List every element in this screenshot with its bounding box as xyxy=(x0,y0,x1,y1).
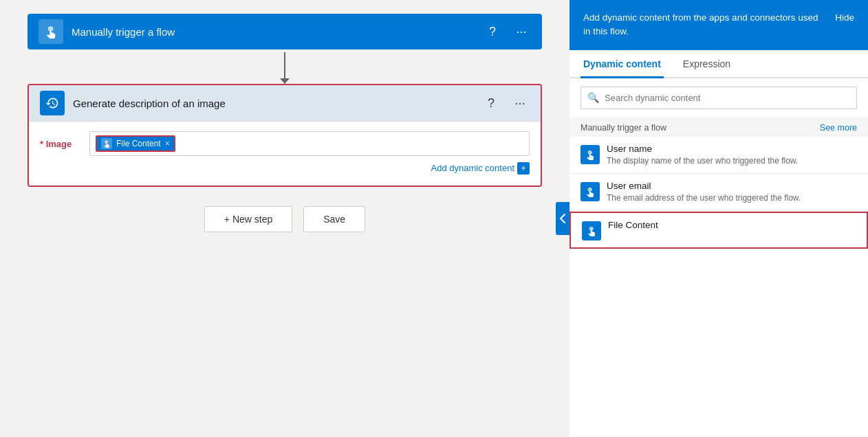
brain-icon xyxy=(45,96,59,110)
user-email-desc: The email address of the user who trigge… xyxy=(607,192,857,204)
file-content-icon xyxy=(582,221,601,240)
image-field-input[interactable]: File Content × xyxy=(89,131,530,156)
user-name-text: User name The display name of the user w… xyxy=(607,144,857,167)
flow-canvas: Manually trigger a flow ? ··· Generate d… xyxy=(0,0,569,437)
content-item-file-content[interactable]: File Content xyxy=(569,212,868,249)
user-email-text: User email The email address of the user… xyxy=(607,181,857,204)
section-title: Manually trigger a flow xyxy=(581,123,666,133)
hand-icon-user-name xyxy=(585,149,596,160)
image-field-row: * Image File Content × xyxy=(40,131,530,156)
user-name-desc: The display name of the user who trigger… xyxy=(607,155,857,167)
action-icon xyxy=(40,91,65,115)
flow-connector xyxy=(280,49,290,84)
content-item-user-name[interactable]: User name The display name of the user w… xyxy=(569,137,868,175)
file-content-title: File Content xyxy=(608,220,856,230)
user-name-icon xyxy=(581,145,600,164)
connector-line xyxy=(284,52,285,78)
action-title: Generate description of an image xyxy=(73,98,481,109)
add-dynamic-row: Add dynamic content + xyxy=(40,161,530,175)
connector-arrow xyxy=(280,78,290,84)
content-item-user-email[interactable]: User email The email address of the user… xyxy=(569,174,868,212)
search-icon: 🔍 xyxy=(587,92,599,103)
tab-dynamic-content[interactable]: Dynamic content xyxy=(581,50,664,78)
action-toolbar: ? ··· xyxy=(481,93,530,113)
tag-hand-icon xyxy=(102,139,111,148)
plus-badge: + xyxy=(517,162,530,175)
panel-header: Add dynamic content from the apps and co… xyxy=(569,0,868,50)
tab-expression[interactable]: Expression xyxy=(680,50,733,78)
tag-remove-button[interactable]: × xyxy=(165,139,170,148)
content-list: User name The display name of the user w… xyxy=(569,137,868,438)
save-button[interactable]: Save xyxy=(303,206,365,232)
file-content-tag: File Content × xyxy=(96,135,175,152)
image-field-label: * Image xyxy=(40,139,81,149)
tag-icon xyxy=(101,138,112,149)
search-input[interactable] xyxy=(581,87,857,109)
file-content-text: File Content xyxy=(608,220,856,232)
hand-trigger-icon xyxy=(44,25,58,38)
trigger-help-button[interactable]: ? xyxy=(483,22,502,41)
action-body: * Image File Content × Add dyn xyxy=(29,122,541,186)
trigger-title: Manually trigger a flow xyxy=(72,26,483,38)
see-more-button[interactable]: See more xyxy=(820,123,857,133)
tag-label: File Content xyxy=(116,139,161,148)
user-email-title: User email xyxy=(607,181,857,191)
panel-header-text: Add dynamic content from the apps and co… xyxy=(583,11,824,39)
panel-collapse-handle[interactable] xyxy=(556,202,569,235)
hand-icon-file-content xyxy=(586,225,597,236)
action-more-button[interactable]: ··· xyxy=(510,93,530,113)
trigger-icon xyxy=(39,19,63,44)
add-dynamic-button[interactable]: Add dynamic content + xyxy=(431,162,530,175)
search-box: 🔍 xyxy=(581,87,857,109)
dynamic-panel: Add dynamic content from the apps and co… xyxy=(569,0,868,437)
add-dynamic-label: Add dynamic content xyxy=(431,163,514,173)
chevron-left-icon xyxy=(559,213,566,224)
section-header: Manually trigger a flow See more xyxy=(569,117,868,137)
trigger-block: Manually trigger a flow ? ··· xyxy=(28,14,542,49)
hand-icon-user-email xyxy=(585,186,596,197)
user-email-icon xyxy=(581,182,600,201)
hide-panel-button[interactable]: Hide xyxy=(835,11,854,23)
trigger-more-button[interactable]: ··· xyxy=(512,22,531,41)
trigger-actions: ? ··· xyxy=(483,22,531,41)
new-step-button[interactable]: + New step xyxy=(204,206,292,232)
action-header: Generate description of an image ? ··· xyxy=(29,85,541,121)
action-block: Generate description of an image ? ··· *… xyxy=(28,84,542,187)
action-help-button[interactable]: ? xyxy=(481,93,501,113)
bottom-actions: + New step Save xyxy=(204,206,365,232)
panel-tabs: Dynamic content Expression xyxy=(569,50,868,78)
user-name-title: User name xyxy=(607,144,857,154)
